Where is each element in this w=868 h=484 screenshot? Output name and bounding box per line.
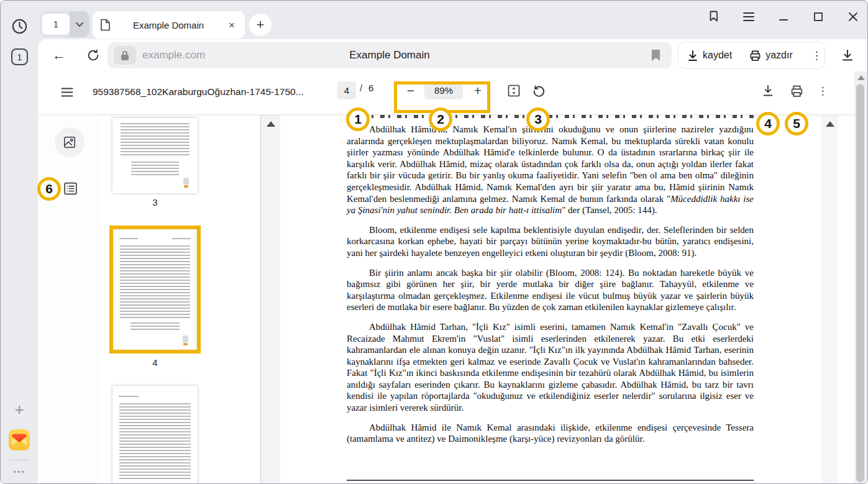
plus-icon: + bbox=[14, 400, 24, 419]
bookmark-icon[interactable] bbox=[651, 49, 660, 62]
browser-scrollbar[interactable] bbox=[854, 71, 867, 484]
annotation-badge-5: 5 bbox=[785, 112, 808, 135]
tab-group-count: 1 bbox=[42, 14, 70, 35]
tab-group-expand[interactable] bbox=[70, 11, 89, 37]
collections-flag-button[interactable] bbox=[706, 10, 722, 24]
app-sidebar: 1 + bbox=[1, 1, 38, 484]
pdf-viewer: 959387568_102KaraburguOğuzhan-1745-1750.… bbox=[38, 71, 855, 484]
thumbnail-text bbox=[121, 123, 190, 157]
mail-icon bbox=[8, 429, 30, 451]
thumbnail-label: 3 bbox=[112, 197, 198, 208]
image-icon bbox=[63, 135, 76, 149]
annotation-badge-3: 3 bbox=[526, 107, 550, 131]
scroll-up-arrow[interactable] bbox=[826, 121, 834, 127]
tab-bar: 1 Example Domain × + bbox=[38, 1, 867, 39]
page-file-icon bbox=[100, 19, 111, 31]
pdf-download-button[interactable] bbox=[759, 81, 777, 100]
browser-window: 1 + bbox=[0, 0, 868, 484]
printer-icon bbox=[749, 50, 761, 62]
scrollbar-thumb[interactable] bbox=[856, 84, 864, 482]
site-security-chip[interactable] bbox=[114, 46, 136, 65]
pdf-sidebar-iconstrip bbox=[38, 115, 100, 484]
outline-view-button[interactable] bbox=[62, 180, 79, 197]
print-label: yazdır bbox=[765, 50, 793, 61]
workspace-number: 1 bbox=[17, 52, 22, 62]
thumbnail-text bbox=[131, 162, 179, 175]
thumbnail-panel: 3 4 bbox=[100, 115, 260, 484]
annotation-badge-1: 1 bbox=[346, 107, 370, 131]
scroll-up-arrow[interactable] bbox=[267, 121, 275, 127]
history-button[interactable] bbox=[1, 17, 38, 35]
paragraph-3: Bir şiirin anlamı ancak başka bir şiir o… bbox=[347, 267, 754, 313]
tab-title: Example Domain bbox=[117, 20, 220, 30]
mail-app-button[interactable] bbox=[8, 429, 30, 451]
paragraph-1: Abdülhak Hâmid'in, Namık Kemal'ın şiirle… bbox=[347, 124, 754, 216]
rotate-button[interactable] bbox=[530, 82, 547, 99]
list-icon bbox=[63, 181, 78, 196]
thumbnail-page-5[interactable] bbox=[112, 386, 198, 484]
thumbnail-label-active: 4 bbox=[112, 357, 198, 368]
thumbnail-logo bbox=[183, 336, 188, 342]
thumbnail-text bbox=[120, 245, 190, 319]
clock-icon bbox=[11, 18, 28, 35]
annotation-badge-6: 6 bbox=[37, 177, 61, 201]
thumbnail-page-3[interactable] bbox=[112, 118, 198, 193]
pdf-body: 3 4 bbox=[38, 115, 855, 484]
paragraph-5: Abdülhak Hâmid ile Namık Kemal arasındak… bbox=[347, 422, 754, 445]
thumbnail-scrollbar[interactable] bbox=[261, 115, 280, 484]
pdf-filename: 959387568_102KaraburguOğuzhan-1745-1750.… bbox=[93, 84, 304, 100]
pdf-content-scrollbar[interactable] bbox=[821, 115, 838, 484]
sidebar-more-button[interactable]: ••• bbox=[1, 465, 38, 478]
annotation-badge-4: 4 bbox=[756, 112, 780, 135]
page-actions-menu-button[interactable]: ⋮ bbox=[802, 49, 832, 62]
page-actions: kaydet yazdır ⋮ bbox=[678, 42, 825, 69]
thumbnail-active-highlight bbox=[109, 226, 201, 354]
window-close-button[interactable] bbox=[845, 12, 861, 22]
annotation-badge-2: 2 bbox=[429, 107, 452, 131]
thumbnail-text bbox=[172, 238, 191, 240]
zoom-level[interactable]: 89% bbox=[424, 81, 463, 99]
thumbnail-text bbox=[119, 238, 138, 240]
back-button[interactable]: ← bbox=[50, 47, 68, 64]
thumbnail-text bbox=[119, 403, 191, 481]
save-page-button[interactable]: kaydet bbox=[678, 42, 741, 68]
window-maximize-button[interactable] bbox=[810, 12, 826, 22]
plus-icon: + bbox=[257, 17, 265, 33]
chevron-down-icon bbox=[75, 22, 84, 27]
new-tab-button[interactable]: + bbox=[249, 14, 272, 36]
browser-tab[interactable]: Example Domain × bbox=[93, 11, 245, 39]
sidebar-add-button[interactable]: + bbox=[1, 401, 38, 418]
paragraph-2: Bloom, etkilenme endişesi sele kapılma b… bbox=[347, 224, 754, 259]
workspace-tab-button[interactable]: 1 bbox=[11, 48, 28, 65]
print-page-button[interactable]: yazdır bbox=[741, 42, 802, 68]
downloads-button[interactable] bbox=[838, 46, 857, 65]
thumbnails-view-button[interactable] bbox=[55, 127, 85, 157]
pdf-more-menu-button[interactable]: ⋮ bbox=[815, 81, 831, 100]
lock-icon bbox=[121, 50, 129, 61]
sidebar-divider bbox=[9, 460, 29, 460]
scroll-up-arrow[interactable] bbox=[857, 75, 865, 80]
thumbnail-text bbox=[130, 322, 180, 331]
pdf-print-button[interactable] bbox=[787, 81, 806, 100]
page-separator: / bbox=[360, 83, 362, 93]
fit-to-page-button[interactable] bbox=[505, 82, 523, 99]
window-minimize-button[interactable] bbox=[775, 12, 792, 22]
zoom-in-button[interactable]: + bbox=[468, 81, 487, 100]
browser-menu-button[interactable] bbox=[741, 12, 757, 22]
zoom-out-button[interactable]: − bbox=[401, 81, 420, 100]
tab-group-chip[interactable]: 1 bbox=[40, 11, 89, 37]
pdf-page: Abdülhak Hâmid'in, Namık Kemal'ın şiirle… bbox=[280, 115, 838, 484]
pdf-page-total: 6 bbox=[368, 83, 373, 93]
pdf-page-input[interactable]: 4 bbox=[337, 81, 356, 99]
tab-close-button[interactable]: × bbox=[226, 19, 237, 32]
ellipsis-icon: ••• bbox=[13, 467, 25, 477]
pdf-sidebar-toggle-button[interactable] bbox=[58, 83, 76, 101]
paragraph-4: Abdülhak Hâmid Tarhan, "İçli Kız" isimli… bbox=[347, 321, 754, 414]
address-bar[interactable]: example.com Example Domain bbox=[107, 42, 672, 68]
url-text: example.com bbox=[142, 49, 205, 62]
download-icon bbox=[687, 50, 698, 62]
reload-button[interactable] bbox=[85, 47, 101, 63]
save-label: kaydet bbox=[703, 50, 732, 61]
thumbnail-page-4[interactable] bbox=[113, 229, 197, 350]
footnote-rule bbox=[347, 480, 754, 481]
